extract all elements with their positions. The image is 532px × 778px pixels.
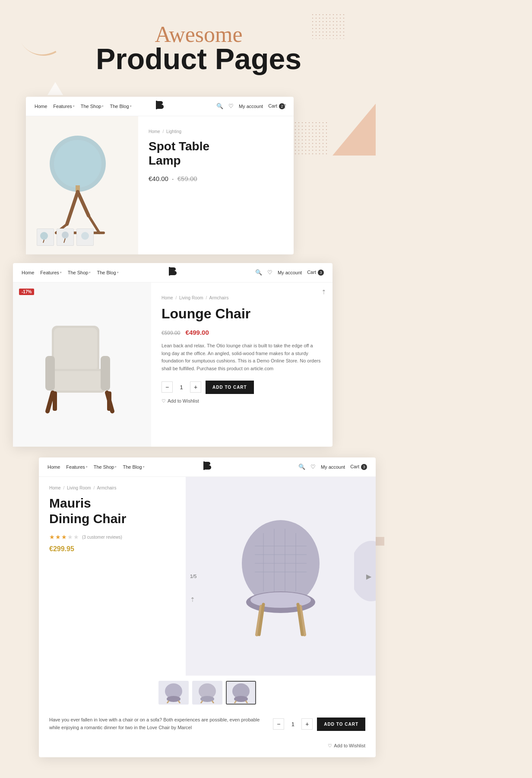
svg-rect-14 <box>169 267 170 276</box>
nav-shop-1[interactable]: The Shop▾ <box>81 104 104 109</box>
card3-description: Have you ever fallen in love with a chai… <box>49 716 264 749</box>
nav-right-1: 🔍 ♡ My account Cart 2 <box>216 103 285 110</box>
breadcrumb-1: Home / Lighting <box>149 129 283 134</box>
card2-body: -17% <box>13 283 332 447</box>
svg-line-44 <box>167 701 169 703</box>
svg-point-41 <box>354 541 376 601</box>
wishlist-icon-1[interactable]: ♡ <box>228 103 234 110</box>
lounge-illustration <box>35 313 130 416</box>
dining-image: 1/5 ⇡ <box>186 477 376 676</box>
add-to-cart-3[interactable]: ADD TO CART <box>317 718 365 731</box>
thumb-3[interactable] <box>76 229 94 246</box>
nav-shop-3[interactable]: The Shop▾ <box>94 464 117 470</box>
dining-illustration <box>229 511 332 641</box>
slide-counter-3: 1/5 <box>190 574 196 579</box>
qty-minus-2[interactable]: − <box>162 381 173 393</box>
search-icon-2[interactable]: 🔍 <box>255 269 262 276</box>
nav-right-3: 🔍 ♡ My account Cart 3 <box>298 464 367 470</box>
thumb-dining-1[interactable] <box>158 681 189 705</box>
stars-3: ★★★★★ <box>49 533 79 541</box>
lamp-image <box>26 116 138 254</box>
qty-cart-2: − 1 + ADD TO CART <box>162 381 322 394</box>
nav-home-3[interactable]: Home <box>48 464 60 470</box>
svg-line-45 <box>178 701 180 703</box>
cart-badge-3: 3 <box>361 464 367 470</box>
price-old-1: €59.00 <box>177 175 197 182</box>
svg-rect-25 <box>203 461 205 470</box>
qty-value-3: 1 <box>288 721 297 727</box>
account-link-1[interactable]: My account <box>239 104 263 109</box>
svg-line-48 <box>201 701 203 703</box>
thumb-dining-2[interactable] <box>192 681 222 705</box>
svg-line-23 <box>48 393 53 411</box>
card3-body: Home / Living Room / Armchairs MaurisDin… <box>39 477 376 676</box>
nav-blog-3[interactable]: The Blog▾ <box>123 464 144 470</box>
nav-shop-2[interactable]: The Shop▾ <box>68 270 91 275</box>
product-title-3: MaurisDining Chair <box>49 495 175 527</box>
discount-badge: -17% <box>19 289 34 295</box>
card-dining-chair: Home Features▾ The Shop▾ The Blog▾ 🔍 ♡ M… <box>39 457 376 757</box>
nav-blog-1[interactable]: The Blog▾ <box>110 104 131 109</box>
product-title-1: Spot TableLamp <box>149 139 283 168</box>
nav-home-1[interactable]: Home <box>35 104 47 109</box>
share-icon-3[interactable]: ⇡ <box>190 596 195 603</box>
qty-minus-3[interactable]: − <box>273 718 284 730</box>
svg-rect-18 <box>52 371 104 391</box>
card-lounge-chair: Home Features▾ The Shop▾ The Blog▾ 🔍 ♡ M… <box>13 263 332 447</box>
wishlist-icon-3[interactable]: ♡ <box>310 464 316 470</box>
product-title-2: Lounge Chair <box>162 305 322 322</box>
slide-next-3[interactable]: ▶ <box>366 572 371 580</box>
product-price-1: €40.00 · €59.00 <box>149 175 283 182</box>
card3-thumbnails <box>39 676 376 710</box>
account-link-2[interactable]: My account <box>278 270 302 275</box>
add-to-cart-2[interactable]: ADD TO CART <box>206 381 254 394</box>
logo-1 <box>154 99 166 113</box>
svg-point-11 <box>62 232 69 238</box>
svg-line-12 <box>64 238 65 243</box>
svg-line-53 <box>246 701 247 703</box>
navbar-1: Home Features▾ The Shop▾ The Blog▾ 🔍 ♡ M… <box>26 97 294 116</box>
nav-home-2[interactable]: Home <box>22 270 34 275</box>
svg-point-36 <box>250 592 311 608</box>
wishlist-link-3[interactable]: ♡ Add to Wishlist <box>328 743 365 749</box>
search-icon-3[interactable]: 🔍 <box>298 464 305 470</box>
cart-link-2[interactable]: Cart 3 <box>307 270 324 276</box>
search-icon-1[interactable]: 🔍 <box>216 103 223 110</box>
hero-section: Awesome Product Pages <box>0 0 397 88</box>
share-icon-1[interactable]: ⇡ <box>282 103 288 110</box>
qty-plus-2[interactable]: + <box>190 381 201 393</box>
account-link-3[interactable]: My account <box>321 464 345 470</box>
svg-line-49 <box>212 701 214 703</box>
logo-3 <box>201 460 213 474</box>
nav-features-2[interactable]: Features▾ <box>40 270 61 275</box>
thumb-1[interactable] <box>37 229 54 246</box>
svg-rect-0 <box>156 101 157 109</box>
nav-links-3: Home Features▾ The Shop▾ The Blog▾ <box>48 464 291 470</box>
wishlist-icon-2[interactable]: ♡ <box>267 269 272 276</box>
product-desc-2: Lean back and relax. The Otio lounge cha… <box>162 342 322 372</box>
nav-links-1: Home Features▾ The Shop▾ The Blog▾ <box>35 104 209 109</box>
svg-point-9 <box>40 232 48 240</box>
share-icon-2[interactable]: ⇡ <box>321 289 326 296</box>
svg-rect-20 <box>101 356 110 391</box>
lamp-thumbnails <box>30 224 100 250</box>
thumb-dining-3[interactable] <box>226 681 256 705</box>
wishlist-link-2[interactable]: ♡ Add to Wishlist <box>162 398 322 404</box>
nav-features-3[interactable]: Features▾ <box>66 464 87 470</box>
card1-info: ⇡ Home / Lighting Spot TableLamp €40.00 … <box>138 116 294 254</box>
nav-blog-2[interactable]: The Blog▾ <box>97 270 118 275</box>
breadcrumb-3: Home / Living Room / Armchairs <box>49 486 175 490</box>
nav-features-1[interactable]: Features▾ <box>53 104 74 109</box>
svg-line-5 <box>78 192 89 216</box>
svg-point-2 <box>54 140 101 187</box>
nav-right-2: 🔍 ♡ My account Cart 3 <box>255 269 324 276</box>
svg-line-10 <box>43 240 44 243</box>
qty-plus-3[interactable]: + <box>301 718 313 730</box>
thumb-2[interactable] <box>57 229 74 246</box>
qty-value-2: 1 <box>177 384 186 391</box>
price-new-2: €499.00 <box>186 329 209 336</box>
card3-left: Home / Living Room / Armchairs MaurisDin… <box>39 477 186 676</box>
card1-body: ⇡ Home / Lighting Spot TableLamp €40.00 … <box>26 116 294 254</box>
cart-link-3[interactable]: Cart 3 <box>350 464 367 470</box>
breadcrumb-2: Home / Living Room / Armchairs <box>162 295 322 300</box>
